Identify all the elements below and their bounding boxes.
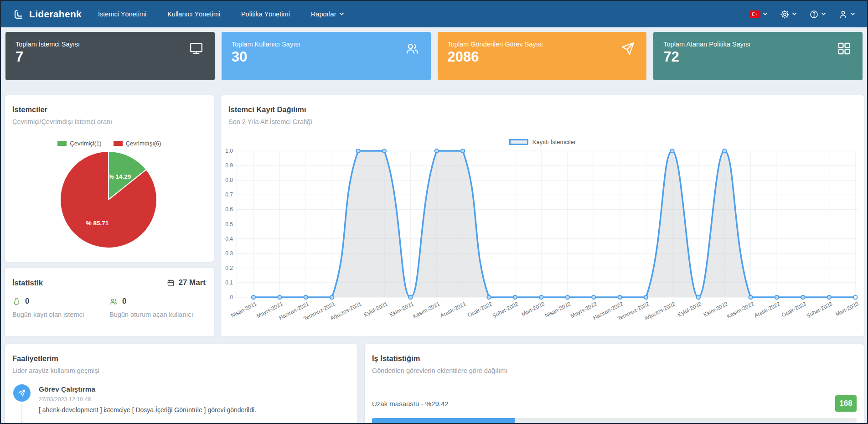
x-axis-tick-label: Şubat-2023 (806, 300, 834, 319)
y-axis-tick-label: 0.1 (225, 279, 233, 286)
data-point[interactable] (853, 295, 857, 299)
chevron-down-icon (792, 12, 797, 16)
x-axis-tick-label: Ocak-2022 (466, 300, 493, 318)
stat-item-2: 0Bugün oturum açan kullanıcı (109, 297, 207, 318)
timeline-connector (21, 404, 22, 423)
activity-item-1: Görev Çalıştırma27/03/2023 12:10:46[ ahe… (13, 384, 350, 423)
nav-item-label: Kullanıcı Yönetimi (167, 10, 220, 18)
data-point[interactable] (592, 295, 595, 299)
x-axis-tick-label: Ekim-2021 (388, 300, 415, 318)
nav-item-4[interactable]: Raporlar (311, 10, 344, 18)
y-axis-tick-label: 0.5 (225, 221, 233, 228)
x-axis-tick-label: Ekim-2022 (703, 300, 729, 318)
activity-timestamp: 27/03/2023 12:10:46 (39, 396, 256, 403)
nav-item-1[interactable]: İstemci Yönetimi (98, 10, 146, 18)
navbar: Liderahenk İstemci YönetimiKullanıcı Yön… (1, 1, 867, 27)
data-point[interactable] (304, 295, 308, 299)
data-point[interactable] (723, 149, 726, 153)
stat-item-label: Bugün oturum açan kullanıcı (109, 311, 207, 318)
pie-legend-item-2[interactable]: Çevrimdışı(6) (114, 140, 161, 147)
data-point[interactable] (461, 149, 465, 153)
pie-legend-label: Çevrimdışı(6) (126, 140, 161, 147)
stat-card-4[interactable]: Toplam Atanan Politika Sayısı72 (653, 32, 863, 80)
language-selector[interactable] (749, 10, 768, 18)
stat-card-1[interactable]: Toplam İstemci Sayısı7 (5, 32, 215, 80)
data-point[interactable] (827, 295, 831, 299)
data-point[interactable] (435, 149, 439, 153)
stat-card-label: Toplam Gönderilen Görev Sayısı (448, 41, 637, 48)
data-point[interactable] (566, 295, 569, 299)
x-axis-tick-label: Nisan-2022 (544, 300, 572, 319)
data-point[interactable] (487, 295, 491, 299)
activity-title: Görev Çalıştırma (39, 384, 256, 393)
data-point[interactable] (644, 295, 648, 299)
x-axis-tick-label: Eylül-2021 (362, 300, 388, 318)
pie-legend-label: Çevrimiçi(1) (70, 140, 101, 147)
user-menu[interactable] (838, 10, 855, 19)
pie-slice-label: % 85.71 (86, 220, 109, 227)
chevron-down-icon (850, 12, 855, 16)
stat-card-label: Toplam Atanan Politika Sayısı (663, 41, 852, 48)
data-point[interactable] (618, 295, 621, 299)
stat-card-3[interactable]: Toplam Gönderilen Görev Sayısı2086 (438, 32, 647, 80)
pie-legend-swatch (114, 141, 123, 146)
y-axis-tick-label: 0.7 (225, 191, 233, 198)
users-icon (109, 297, 118, 306)
x-axis-tick-label: Aralık-2021 (439, 300, 467, 319)
data-point[interactable] (697, 295, 700, 299)
data-point[interactable] (749, 295, 752, 299)
task-progress-track (372, 418, 857, 424)
pie-chart-legend: Çevrimiçi(1)Çevrimdışı(6) (12, 140, 207, 147)
monitor-icon (189, 41, 204, 56)
chevron-down-icon (339, 12, 344, 16)
data-point[interactable] (539, 295, 543, 299)
activity-list: Görev Çalıştırma27/03/2023 12:10:46[ ahe… (13, 384, 350, 424)
data-point[interactable] (408, 295, 412, 299)
statistics-panel-title: İstatistik (12, 279, 43, 287)
task-stat-row-1: Uzak masaüstü - %29.42168 (372, 395, 857, 412)
stat-card-2[interactable]: Toplam Kullanıcı Sayısı30 (222, 32, 431, 80)
data-point[interactable] (775, 295, 779, 299)
client-registration-line-chart: 00.10.20.30.40.50.60.70.80.91.0Nisan-202… (221, 95, 864, 336)
activities-panel-subtitle: Lider arayüz kullanım geçmişi (12, 367, 350, 374)
data-point[interactable] (330, 295, 334, 299)
y-axis-tick-label: 1.0 (225, 148, 233, 154)
stat-item-label: Bugün kayıt olan istemci (12, 311, 109, 318)
pie-slice-label: % 14.29 (108, 173, 131, 180)
data-point[interactable] (382, 149, 386, 153)
line-chart-legend[interactable]: Kayıtlı İstemciler (221, 139, 864, 145)
activity-description: [ ahenk-development ] istemciye [ Dosya … (39, 406, 256, 414)
users-icon (405, 41, 420, 56)
send-icon (620, 41, 636, 56)
help-menu[interactable] (809, 10, 826, 19)
stat-card-value: 2086 (448, 50, 637, 64)
gear-icon (780, 10, 790, 19)
online-offline-pie-chart: % 14.29% 85.71 (5, 95, 214, 262)
y-axis-tick-label: 0.3 (225, 250, 233, 257)
data-point[interactable] (252, 295, 255, 299)
turkish-flag-icon (749, 10, 760, 18)
brand-logo[interactable]: Liderahenk (13, 8, 82, 21)
nav-item-2[interactable]: Kullanıcı Yönetimi (167, 10, 220, 18)
data-point[interactable] (801, 295, 805, 299)
data-point[interactable] (670, 149, 674, 153)
y-axis-tick-label: 0.4 (225, 236, 233, 242)
clients-panel: İstemciler Çevrimiçi/Çevrimdışı istemci … (5, 95, 214, 262)
x-axis-tick-label: Eylül-2022 (677, 300, 703, 318)
task-progress-fill (372, 418, 515, 424)
pie-legend-item-1[interactable]: Çevrimiçi(1) (57, 140, 101, 147)
statistics-items: 0Bugün kayıt olan istemci0Bugün oturum a… (12, 297, 207, 318)
stat-item-value: 0 (122, 297, 126, 306)
liderahenk-dashboard: Liderahenk İstemci YönetimiKullanıcı Yön… (0, 0, 868, 424)
activities-panel-title: Faaliyetlerim (12, 354, 350, 363)
calendar-icon (167, 279, 175, 287)
x-axis-tick-label: Ocak-2023 (780, 300, 807, 318)
stat-cards: Toplam İstemci Sayısı7Toplam Kullanıcı S… (5, 32, 863, 80)
data-point[interactable] (278, 295, 281, 299)
data-point[interactable] (513, 295, 517, 299)
stat-item-1: 0Bugün kayıt olan istemci (12, 297, 109, 318)
nav-item-3[interactable]: Politika Yönetimi (241, 10, 290, 18)
data-point[interactable] (356, 149, 360, 153)
settings-menu[interactable] (780, 10, 797, 19)
x-axis-tick-label: Aralık-2022 (753, 300, 781, 319)
